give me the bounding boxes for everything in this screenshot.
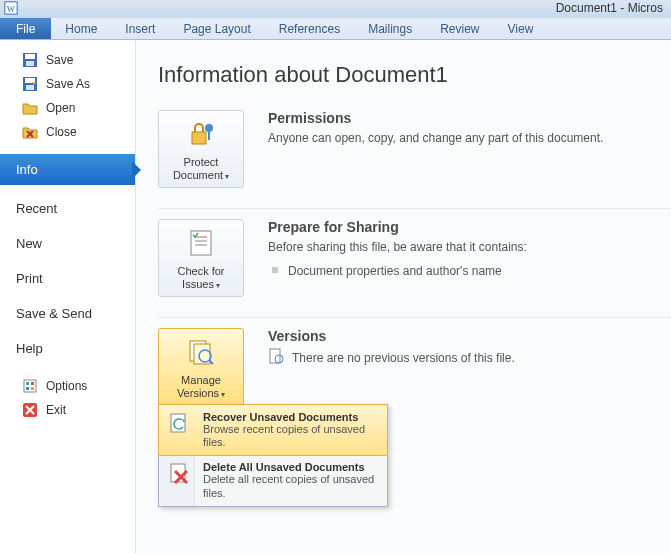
sidebar-item-label: Info	[16, 162, 38, 177]
title-bar: W Document1 - Micros	[0, 0, 671, 18]
recover-icon	[167, 411, 195, 439]
tab-review[interactable]: Review	[426, 18, 493, 39]
menu-item-title: Delete All Unsaved Documents	[203, 461, 379, 473]
sidebar-item-exit[interactable]: Exit	[0, 398, 135, 422]
sidebar-item-label: Options	[46, 379, 87, 393]
manage-versions-menu: Recover Unsaved Documents Browse recent …	[158, 404, 388, 507]
button-label: Protect Document▾	[161, 156, 241, 182]
delete-icon	[167, 461, 195, 489]
section-text: Anyone can open, copy, and change any pa…	[268, 130, 671, 147]
tab-references[interactable]: References	[265, 18, 354, 39]
svg-rect-13	[26, 387, 29, 390]
section-text: Before sharing this file, be aware that …	[268, 239, 671, 256]
section-prepare: Check for Issues▾ Prepare for Sharing Be…	[158, 208, 671, 317]
chevron-down-icon: ▾	[216, 281, 220, 290]
save-icon	[22, 52, 38, 68]
svg-rect-14	[31, 387, 34, 390]
section-versions: Manage Versions▾ Versions There are no p…	[158, 317, 671, 426]
tab-mailings[interactable]: Mailings	[354, 18, 426, 39]
exit-icon	[22, 402, 38, 418]
sidebar-item-save-send[interactable]: Save & Send	[0, 296, 135, 331]
tab-insert[interactable]: Insert	[111, 18, 169, 39]
svg-rect-7	[26, 85, 34, 90]
svg-rect-10	[24, 380, 36, 392]
svg-text:W: W	[7, 4, 16, 14]
svg-rect-3	[25, 54, 35, 59]
svg-rect-21	[191, 231, 211, 255]
backstage-sidebar: Save Save As Open Close Info Recent New …	[0, 40, 135, 553]
menu-item-subtitle: Browse recent copies of unsaved files.	[203, 423, 379, 449]
section-title: Permissions	[268, 110, 671, 126]
svg-rect-18	[192, 132, 206, 144]
sidebar-item-help[interactable]: Help	[0, 331, 135, 366]
document-version-icon	[268, 348, 284, 367]
sidebar-item-label: Save	[46, 53, 73, 67]
issue-list: Document properties and author's name	[272, 262, 671, 280]
saveas-icon	[22, 76, 38, 92]
sidebar-item-save[interactable]: Save	[0, 48, 135, 72]
window-title: Document1 - Micros	[556, 1, 663, 15]
close-icon	[22, 124, 38, 140]
lock-key-icon	[185, 118, 217, 153]
tab-home[interactable]: Home	[51, 18, 111, 39]
sidebar-item-options[interactable]: Options	[0, 374, 135, 398]
ribbon-tabs: File Home Insert Page Layout References …	[0, 18, 671, 40]
svg-rect-12	[31, 382, 34, 385]
protect-document-button[interactable]: Protect Document▾	[158, 110, 244, 188]
backstage-content: Information about Document1 Protect Docu…	[135, 40, 671, 553]
menu-item-title: Recover Unsaved Documents	[203, 411, 379, 423]
issue-item: Document properties and author's name	[272, 262, 671, 280]
section-permissions: Protect Document▾ Permissions Anyone can…	[158, 110, 671, 208]
section-text: There are no previous versions of this f…	[292, 351, 515, 365]
checklist-icon	[185, 227, 217, 262]
sidebar-item-save-as[interactable]: Save As	[0, 72, 135, 96]
svg-rect-20	[208, 130, 210, 140]
button-label: Check for Issues▾	[161, 265, 241, 291]
sidebar-item-label: Close	[46, 125, 77, 139]
page-heading: Information about Document1	[158, 62, 671, 88]
chevron-down-icon: ▾	[221, 390, 225, 399]
section-title: Versions	[268, 328, 671, 344]
chevron-down-icon: ▾	[225, 172, 229, 181]
tab-page-layout[interactable]: Page Layout	[169, 18, 264, 39]
options-icon	[22, 378, 38, 394]
check-for-issues-button[interactable]: Check for Issues▾	[158, 219, 244, 297]
versions-icon	[185, 336, 217, 371]
menu-item-subtitle: Delete all recent copies of unsaved file…	[203, 473, 379, 499]
active-tab-arrow	[135, 163, 142, 177]
sidebar-item-label: Exit	[46, 403, 66, 417]
menu-item-delete-unsaved[interactable]: Delete All Unsaved Documents Delete all …	[159, 455, 387, 505]
sidebar-item-open[interactable]: Open	[0, 96, 135, 120]
sidebar-item-new[interactable]: New	[0, 226, 135, 261]
section-title: Prepare for Sharing	[268, 219, 671, 235]
open-icon	[22, 100, 38, 116]
menu-item-recover-unsaved[interactable]: Recover Unsaved Documents Browse recent …	[158, 404, 388, 456]
sidebar-item-close[interactable]: Close	[0, 120, 135, 144]
tab-file[interactable]: File	[0, 18, 51, 39]
tab-view[interactable]: View	[494, 18, 548, 39]
word-app-icon: W	[4, 1, 18, 15]
svg-rect-11	[26, 382, 29, 385]
sidebar-item-info[interactable]: Info	[0, 154, 135, 185]
sidebar-item-label: Open	[46, 101, 75, 115]
sidebar-item-recent[interactable]: Recent	[0, 191, 135, 226]
sidebar-item-label: Save As	[46, 77, 90, 91]
button-label: Manage Versions▾	[161, 374, 241, 400]
sidebar-item-print[interactable]: Print	[0, 261, 135, 296]
manage-versions-button[interactable]: Manage Versions▾	[158, 328, 244, 406]
svg-rect-4	[26, 61, 34, 66]
